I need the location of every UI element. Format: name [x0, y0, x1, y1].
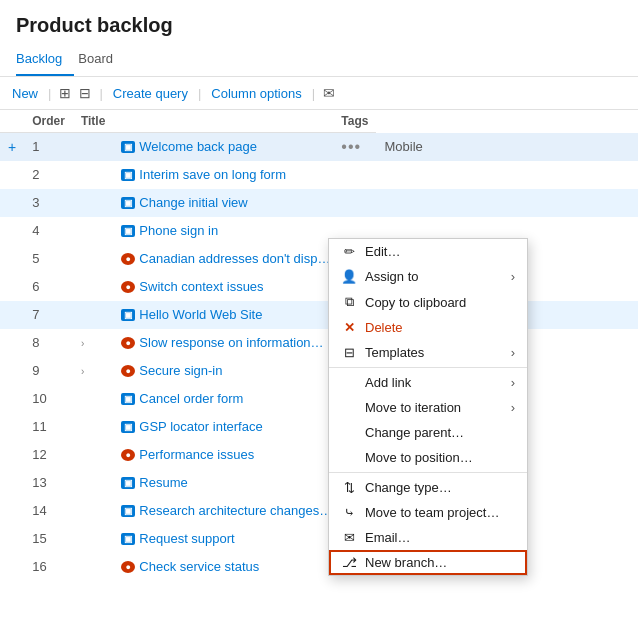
table-row[interactable]: 5●Canadian addresses don't disp…: [0, 245, 638, 273]
add-icon[interactable]: ⊞: [57, 83, 73, 103]
row-add-col: [0, 273, 24, 301]
cm-item-edit[interactable]: ✏Edit…: [329, 239, 527, 264]
table-row[interactable]: 10▣Cancel order form: [0, 385, 638, 413]
expand-arrow-icon[interactable]: ›: [81, 338, 84, 349]
story-icon: ▣: [121, 505, 135, 517]
bug-icon: ●: [121, 281, 135, 293]
row-title[interactable]: ▣Research architecture changes…: [113, 497, 333, 525]
table-row[interactable]: 12●Performance issues: [0, 441, 638, 469]
collapse-icon[interactable]: ⊟: [77, 83, 93, 103]
row-title[interactable]: ▣GSP locator interface: [113, 413, 333, 441]
table-row[interactable]: 13▣Resume: [0, 469, 638, 497]
story-icon: ▣: [121, 533, 135, 545]
col-order: Order: [24, 110, 73, 133]
item-link[interactable]: ▣Welcome back page: [121, 139, 325, 154]
cm-item-assignto[interactable]: 👤Assign to: [329, 264, 527, 289]
row-title[interactable]: ▣Request support: [113, 525, 333, 553]
row-expand-col[interactable]: ›: [73, 329, 113, 357]
tab-board[interactable]: Board: [78, 45, 125, 76]
row-title[interactable]: ▣Cancel order form: [113, 385, 333, 413]
tab-backlog[interactable]: Backlog: [16, 45, 74, 76]
cm-item-movetoposition[interactable]: Move to position…: [329, 445, 527, 470]
row-expand-col: [73, 189, 113, 217]
table-row[interactable]: 16●Check service status: [0, 553, 638, 581]
new-button[interactable]: New: [8, 84, 42, 103]
row-title[interactable]: ▣Change initial view: [113, 189, 333, 217]
row-order: 7: [24, 301, 73, 329]
table-row[interactable]: 9›●Secure sign-in: [0, 357, 638, 385]
row-title[interactable]: ▣Hello World Web Site: [113, 301, 333, 329]
cm-item-movetoteamproject[interactable]: ⤷Move to team project…: [329, 500, 527, 525]
row-add-col: [0, 217, 24, 245]
row-title[interactable]: ●Performance issues: [113, 441, 333, 469]
row-title[interactable]: ▣Phone sign in: [113, 217, 333, 245]
table-row[interactable]: 14▣Research architecture changes…: [0, 497, 638, 525]
row-order: 9: [24, 357, 73, 385]
row-title[interactable]: ▣Resume: [113, 469, 333, 497]
item-link[interactable]: ●Slow response on information…: [121, 335, 325, 350]
add-plus-icon[interactable]: +: [8, 139, 16, 155]
cm-email-icon: ✉: [341, 530, 357, 545]
row-tags: [376, 189, 638, 217]
cm-item-email[interactable]: ✉Email…: [329, 525, 527, 550]
table-row[interactable]: 7▣Hello World Web Site: [0, 301, 638, 329]
row-expand-col: [73, 161, 113, 189]
item-link[interactable]: ▣Resume: [121, 475, 325, 490]
cm-item-addlink[interactable]: Add link: [329, 370, 527, 395]
column-options-button[interactable]: Column options: [207, 84, 305, 103]
item-link[interactable]: ▣Hello World Web Site: [121, 307, 325, 322]
row-add-col: [0, 441, 24, 469]
row-expand-col: [73, 469, 113, 497]
item-link[interactable]: ●Secure sign-in: [121, 363, 325, 378]
row-more[interactable]: [333, 161, 376, 189]
cm-item-changetype[interactable]: ⇅Change type…: [329, 475, 527, 500]
more-dots-button[interactable]: •••: [341, 138, 361, 155]
item-link[interactable]: ▣GSP locator interface: [121, 419, 325, 434]
expand-arrow-icon[interactable]: ›: [81, 366, 84, 377]
item-link[interactable]: ●Canadian addresses don't disp…: [121, 251, 325, 266]
item-link[interactable]: ▣Research architecture changes…: [121, 503, 325, 518]
row-more[interactable]: [333, 189, 376, 217]
row-add-col: +: [0, 133, 24, 161]
row-order: 2: [24, 161, 73, 189]
cm-item-changeparent[interactable]: Change parent…: [329, 420, 527, 445]
item-link[interactable]: ●Performance issues: [121, 447, 325, 462]
row-more[interactable]: •••: [333, 133, 376, 161]
table-row[interactable]: 6●Switch context issues: [0, 273, 638, 301]
cm-templates-icon: ⊟: [341, 345, 357, 360]
row-order: 8: [24, 329, 73, 357]
row-title[interactable]: ▣Welcome back page: [113, 133, 333, 161]
row-title[interactable]: ●Check service status: [113, 553, 333, 581]
row-title[interactable]: ●Switch context issues: [113, 273, 333, 301]
item-link[interactable]: ▣Interim save on long form: [121, 167, 325, 182]
table-row[interactable]: 3▣Change initial view: [0, 189, 638, 217]
table-row[interactable]: +1▣Welcome back page•••Mobile: [0, 133, 638, 161]
item-link[interactable]: ▣Cancel order form: [121, 391, 325, 406]
row-title[interactable]: ●Canadian addresses don't disp…: [113, 245, 333, 273]
cm-item-copytoclipboard[interactable]: ⧉Copy to clipboard: [329, 289, 527, 315]
table-row[interactable]: 2▣Interim save on long form: [0, 161, 638, 189]
item-link[interactable]: ●Check service status: [121, 559, 325, 574]
cm-item-newbranch[interactable]: ⎇New branch…: [329, 550, 527, 575]
row-title[interactable]: ▣Interim save on long form: [113, 161, 333, 189]
item-link[interactable]: ▣Change initial view: [121, 195, 325, 210]
row-expand-col[interactable]: ›: [73, 357, 113, 385]
table-row[interactable]: 15▣Request support: [0, 525, 638, 553]
table-row[interactable]: 11▣GSP locator interface: [0, 413, 638, 441]
page-title: Product backlog: [0, 0, 638, 45]
cm-item-templates[interactable]: ⊟Templates: [329, 340, 527, 365]
cm-item-label: Copy to clipboard: [365, 295, 466, 310]
cm-item-movetoiteration[interactable]: Move to iteration: [329, 395, 527, 420]
story-icon: ▣: [121, 169, 135, 181]
cm-item-delete[interactable]: ✕Delete: [329, 315, 527, 340]
email-icon[interactable]: ✉: [321, 83, 337, 103]
cm-delete-icon: ✕: [341, 320, 357, 335]
item-link[interactable]: ●Switch context issues: [121, 279, 325, 294]
row-title[interactable]: ●Secure sign-in: [113, 357, 333, 385]
item-link[interactable]: ▣Phone sign in: [121, 223, 325, 238]
table-row[interactable]: 8›●Slow response on information…: [0, 329, 638, 357]
row-title[interactable]: ●Slow response on information…: [113, 329, 333, 357]
item-link[interactable]: ▣Request support: [121, 531, 325, 546]
create-query-button[interactable]: Create query: [109, 84, 192, 103]
table-row[interactable]: 4▣Phone sign in: [0, 217, 638, 245]
